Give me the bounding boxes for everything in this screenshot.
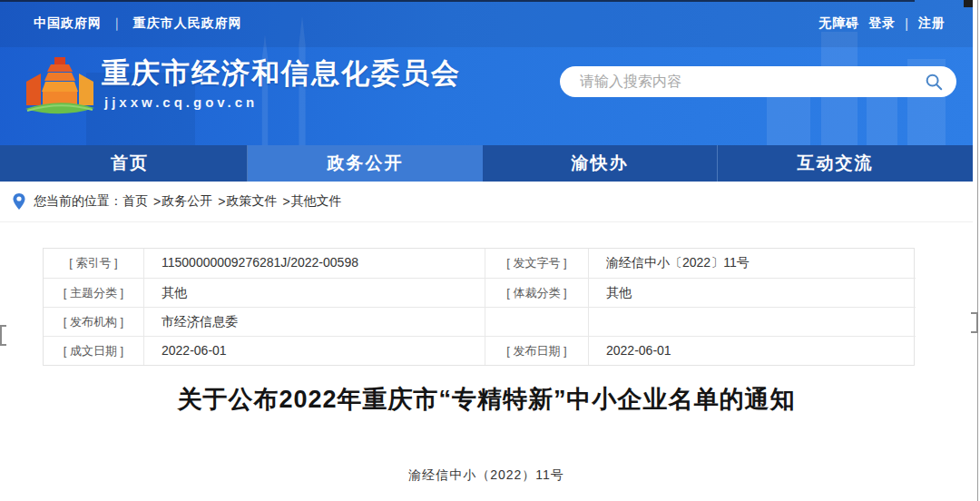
article-doc-number: 渝经信中小（2022）11号 — [0, 467, 973, 484]
meta-label-index-no: [ 索引号 ] — [44, 249, 143, 278]
meta-value-genre-class: 其他 — [588, 278, 916, 307]
link-divider: ｜ — [111, 15, 124, 32]
meta-label-written-date: [ 成文日期 ] — [44, 336, 143, 365]
article-title: 关于公布2022年重庆市“专精特新”中小企业名单的通知 — [0, 383, 973, 416]
meta-value-index-no: 11500000009276281J/2022-00598 — [143, 249, 485, 278]
chongqing-gov-link[interactable]: 重庆市人民政府网 — [133, 15, 242, 32]
breadcrumb-home[interactable]: 首页 — [122, 193, 148, 210]
meta-label-topic-class: [ 主题分类 ] — [44, 278, 143, 307]
meta-label-genre-class: [ 体裁分类 ] — [485, 278, 588, 307]
breadcrumb-separator: > — [153, 194, 161, 209]
meta-value-empty — [588, 307, 916, 336]
login-link[interactable]: 登录 — [868, 15, 896, 32]
meta-label-empty — [485, 307, 588, 336]
register-link[interactable]: 注册 — [918, 15, 946, 32]
page-curl-mark-right — [971, 312, 978, 333]
link-divider: | — [905, 16, 909, 31]
nav-item-gov-disclosure[interactable]: 政务公开 — [248, 145, 483, 182]
meta-label-publish-date: [ 发布日期 ] — [485, 336, 588, 365]
breadcrumb-policy-files[interactable]: 政策文件 — [226, 193, 277, 210]
page: 中国政府网 ｜ 重庆市人民政府网 无障碍 登录 | 注册 重庆市经济和信息化委员… — [0, 0, 980, 501]
site-url: jjxxw.cq.gov.cn — [104, 94, 258, 110]
breadcrumb-separator: > — [282, 194, 289, 209]
meta-label-issuing-org: [ 发布机构 ] — [44, 307, 143, 336]
site-header: 中国政府网 ｜ 重庆市人民政府网 无障碍 登录 | 注册 重庆市经济和信息化委员… — [0, 0, 973, 145]
search-icon[interactable] — [924, 72, 944, 92]
main-nav: 首页 政务公开 渝快办 互动交流 — [0, 145, 973, 182]
meta-value-publish-date: 2022-06-01 — [588, 336, 916, 365]
meta-value-doc-no: 渝经信中小〔2022〕11号 — [588, 249, 916, 278]
breadcrumb-separator: > — [218, 194, 225, 209]
document-meta-table: [ 索引号 ] 11500000009276281J/2022-00598 [ … — [43, 248, 915, 366]
breadcrumb-gov-disclosure[interactable]: 政务公开 — [162, 193, 212, 210]
location-pin-icon — [12, 192, 26, 211]
breadcrumb: 您当前的位置： 首页 > 政务公开 > 政策文件 > 其他文件 — [0, 182, 973, 222]
nav-item-interaction[interactable]: 互动交流 — [718, 145, 953, 182]
top-utility-bar: 中国政府网 ｜ 重庆市人民政府网 无障碍 登录 | 注册 — [0, 0, 973, 47]
search-box — [560, 66, 956, 97]
meta-value-topic-class: 其他 — [143, 278, 485, 307]
search-input[interactable] — [580, 74, 924, 90]
china-gov-link[interactable]: 中国政府网 — [34, 15, 102, 32]
account-links: 无障碍 登录 | 注册 — [818, 15, 946, 32]
site-title: 重庆市经济和信息化委员会 — [102, 54, 461, 93]
gov-links: 中国政府网 ｜ 重庆市人民政府网 — [34, 15, 242, 32]
screenshot-right-edge — [977, 0, 978, 501]
nav-item-home[interactable]: 首页 — [13, 145, 248, 182]
breadcrumb-label: 您当前的位置： — [34, 193, 122, 210]
meta-label-doc-no: [ 发文字号 ] — [485, 249, 588, 278]
meta-value-issuing-org: 市经济信息委 — [143, 307, 485, 336]
meta-value-written-date: 2022-06-01 — [143, 336, 485, 365]
page-curl-mark-left — [0, 325, 6, 346]
screenshot-right-margin — [973, 0, 980, 501]
nav-item-yukuaiban[interactable]: 渝快办 — [483, 145, 718, 182]
screenshot-top-edge — [0, 0, 915, 2]
site-logo-icon[interactable] — [24, 53, 96, 122]
accessibility-link[interactable]: 无障碍 — [818, 15, 859, 32]
breadcrumb-other-files[interactable]: 其他文件 — [291, 193, 342, 210]
